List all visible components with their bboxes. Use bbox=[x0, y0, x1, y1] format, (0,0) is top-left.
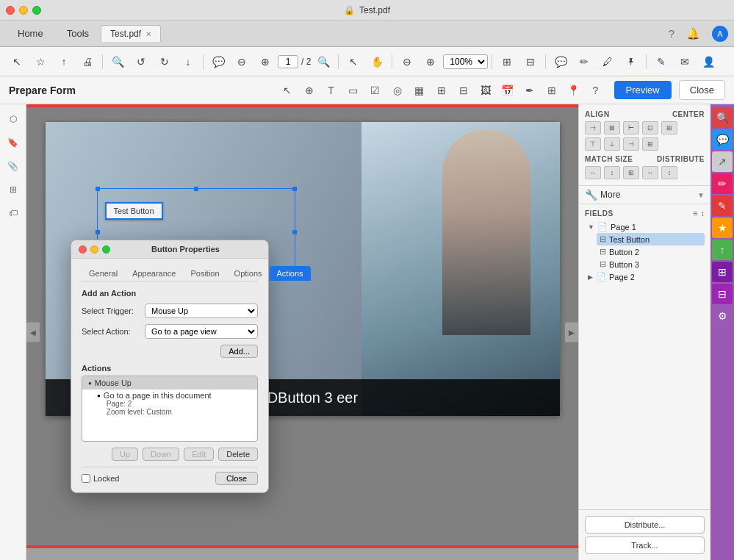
center-v-btn[interactable]: ⊞ bbox=[661, 121, 677, 134]
dialog-tab-general[interactable]: General bbox=[82, 266, 125, 281]
field-tool[interactable]: ⊕ bbox=[300, 81, 319, 100]
hand-tool-btn[interactable]: ✋ bbox=[366, 51, 388, 72]
dialog-tab-options[interactable]: Options bbox=[227, 266, 270, 281]
tree-page1-item[interactable]: ▼ 📄 Page 1 bbox=[585, 220, 705, 233]
dialog-close-button[interactable]: Close bbox=[215, 472, 258, 485]
select-tool-btn[interactable]: ↖ bbox=[342, 51, 364, 72]
tab-doc[interactable]: Test.pdf ✕ bbox=[101, 25, 161, 42]
match-both-btn[interactable]: ⊞ bbox=[623, 166, 639, 179]
tag-tool[interactable]: ⊞ bbox=[432, 81, 451, 100]
minimize-traffic-light[interactable] bbox=[19, 6, 28, 15]
strip-icon-form[interactable]: ⊞ bbox=[712, 262, 733, 282]
scroll-right-arrow[interactable]: ▶ bbox=[565, 323, 578, 342]
account-icon[interactable]: A bbox=[712, 26, 728, 42]
tab-tools[interactable]: Tools bbox=[55, 25, 101, 42]
close-traffic-light[interactable] bbox=[6, 6, 15, 15]
zoom-in-btn[interactable]: ⊕ bbox=[254, 51, 276, 72]
tree-page2-item[interactable]: ▶ 📄 Page 2 bbox=[585, 270, 705, 283]
down-button[interactable]: Down bbox=[143, 448, 179, 461]
date-tool[interactable]: 📅 bbox=[498, 81, 517, 100]
delete-button[interactable]: Delete bbox=[218, 448, 258, 461]
distribute-v-btn[interactable]: ↕ bbox=[661, 166, 677, 179]
zoom-out-btn[interactable]: ⊖ bbox=[231, 51, 253, 72]
sign-tool[interactable]: ✒ bbox=[520, 81, 539, 100]
tree-button3-item[interactable]: ⊟ Button 3 bbox=[597, 258, 705, 270]
sidebar-tag-icon[interactable]: 🏷 bbox=[4, 204, 22, 222]
mail-btn[interactable]: ✉ bbox=[674, 51, 696, 72]
input-tool[interactable]: ⊟ bbox=[454, 81, 473, 100]
up-button[interactable]: Up bbox=[112, 448, 138, 461]
add-action-button[interactable]: Add... bbox=[220, 345, 258, 358]
align-bottom-btn[interactable]: ⊣ bbox=[623, 137, 639, 151]
grid3-tool[interactable]: ⊞ bbox=[542, 81, 561, 100]
search-btn[interactable]: 🔍 bbox=[312, 51, 334, 72]
center-h-btn[interactable]: ⊡ bbox=[642, 121, 658, 134]
sidebar-nav-icon[interactable]: ⬡ bbox=[4, 110, 22, 128]
test-button-overlay[interactable]: Test Button bbox=[105, 202, 163, 220]
zoom-out2-btn[interactable]: ⊖ bbox=[396, 51, 418, 72]
match-height-btn[interactable]: ↕ bbox=[604, 166, 620, 179]
dialog-tab-position[interactable]: Position bbox=[183, 266, 226, 281]
align-mid-btn[interactable]: ⊥ bbox=[604, 137, 620, 151]
strip-icon-fill[interactable]: ✎ bbox=[712, 195, 733, 216]
more-row[interactable]: 🔧 More ▼ bbox=[579, 186, 710, 204]
center-page-btn[interactable]: ⊞ bbox=[642, 137, 658, 151]
fields-order-icon[interactable]: ↕ bbox=[701, 209, 705, 218]
tree-button2-item[interactable]: ⊟ Button 2 bbox=[597, 245, 705, 258]
dialog-min-light[interactable] bbox=[90, 245, 98, 254]
handle-tm[interactable] bbox=[194, 187, 198, 191]
dialog-max-light[interactable] bbox=[102, 245, 110, 254]
dialog-close-light[interactable] bbox=[79, 245, 87, 254]
handle-ml[interactable] bbox=[96, 230, 100, 234]
strip-icon-search[interactable]: 🔍 bbox=[712, 107, 733, 128]
grid-form-tool[interactable]: ▦ bbox=[410, 81, 429, 100]
strip-icon-comment[interactable]: 💬 bbox=[712, 129, 733, 150]
action-sub-row[interactable]: ● Go to a page in this document Page: 2 … bbox=[82, 390, 257, 417]
handle-mr[interactable] bbox=[292, 230, 297, 234]
upload-btn[interactable]: ↑ bbox=[53, 51, 75, 72]
print-btn[interactable]: 🖨 bbox=[76, 51, 98, 72]
maximize-traffic-light[interactable] bbox=[32, 6, 41, 15]
zoom-in2-btn[interactable]: ⊕ bbox=[420, 51, 442, 72]
checkbox-tool[interactable]: ☑ bbox=[366, 81, 385, 100]
strip-icon-star[interactable]: ★ bbox=[712, 218, 733, 238]
close-top-button[interactable]: Close bbox=[679, 80, 725, 100]
zoom-out-small-btn[interactable]: 🔍 bbox=[107, 51, 129, 72]
tab-close-button[interactable]: ✕ bbox=[145, 30, 151, 38]
align-top-btn[interactable]: ⊤ bbox=[585, 137, 601, 151]
dialog-tab-actions[interactable]: Actions bbox=[270, 266, 311, 281]
page-number-input[interactable] bbox=[278, 55, 298, 68]
sidebar-paperclip-icon[interactable]: 📎 bbox=[4, 157, 22, 175]
highlight-btn[interactable]: 🖊 bbox=[597, 51, 619, 72]
action-select[interactable]: Go to a page view Open a web link Run a … bbox=[145, 324, 258, 339]
tab-home[interactable]: Home bbox=[6, 25, 55, 42]
dialog-tab-appearance[interactable]: Appearance bbox=[125, 266, 183, 281]
edit-button[interactable]: Edit bbox=[184, 448, 214, 461]
locked-checkbox[interactable] bbox=[82, 474, 90, 483]
sidebar-layers-icon[interactable]: ⊞ bbox=[4, 181, 22, 198]
edit-btn[interactable]: ✎ bbox=[650, 51, 672, 72]
track-button[interactable]: Track... bbox=[585, 536, 705, 554]
handle-tr[interactable] bbox=[292, 187, 297, 191]
cursor-tool-btn[interactable]: ↖ bbox=[6, 51, 28, 72]
handle-tl[interactable] bbox=[96, 187, 100, 191]
distribute-button[interactable]: Distribute... bbox=[585, 516, 705, 534]
share-btn[interactable]: 👤 bbox=[697, 51, 719, 72]
strip-icon-upload[interactable]: ↑ bbox=[712, 240, 733, 260]
help-tool[interactable]: ? bbox=[586, 81, 605, 100]
help-icon[interactable]: ? bbox=[669, 27, 674, 40]
strip-icon-share[interactable]: ↗ bbox=[712, 151, 733, 172]
tree-toggle-page2[interactable]: ▶ bbox=[588, 273, 593, 281]
comment-btn[interactable]: 💬 bbox=[550, 51, 572, 72]
border-tool[interactable]: ▭ bbox=[344, 81, 363, 100]
align-center-h-btn[interactable]: ⊠ bbox=[604, 121, 620, 134]
radio-tool[interactable]: ◎ bbox=[388, 81, 407, 100]
select-tool[interactable]: ↖ bbox=[278, 81, 297, 100]
bookmark-btn[interactable]: ☆ bbox=[29, 51, 51, 72]
match-width-btn[interactable]: ↔ bbox=[585, 166, 601, 179]
tree-test-button-item[interactable]: ⊟ Test Button bbox=[597, 233, 705, 245]
stamp-btn[interactable]: 🖈 bbox=[620, 51, 642, 72]
tree-toggle-page1[interactable]: ▼ bbox=[588, 223, 594, 231]
pin-tool[interactable]: 📍 bbox=[564, 81, 583, 100]
pdf-scrollbar-bottom[interactable] bbox=[26, 548, 578, 560]
